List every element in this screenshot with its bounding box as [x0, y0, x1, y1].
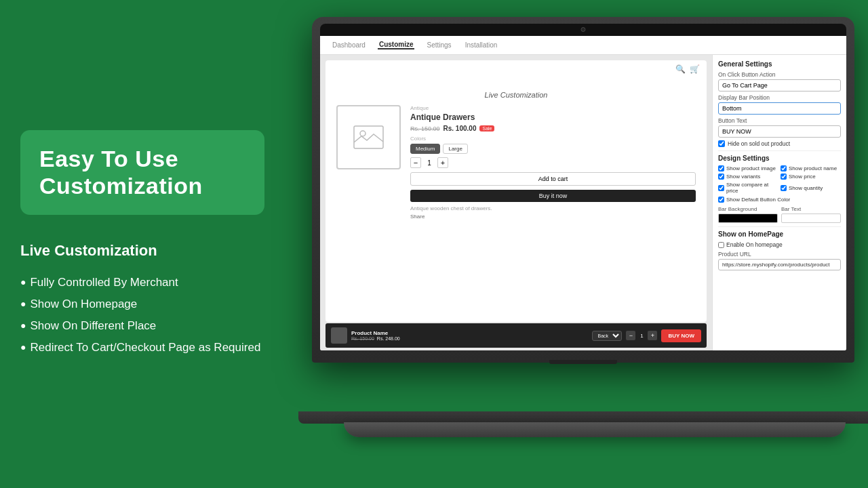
live-customization-overlay: Live Customization	[485, 91, 548, 99]
enable-homepage-row: Enable On homepage	[718, 241, 841, 248]
qty-plus-btn[interactable]: +	[437, 157, 448, 168]
search-icon[interactable]: 🔍	[675, 64, 686, 74]
bar-price-new: Rs. 248.00	[377, 336, 400, 341]
qty-minus-btn[interactable]: −	[410, 157, 421, 168]
bar-background-swatch[interactable]	[718, 214, 778, 223]
sale-badge: Sale	[479, 125, 494, 131]
show-price-row: Show price	[781, 174, 841, 180]
webcam-dot	[581, 27, 586, 32]
show-price-cb[interactable]	[781, 174, 787, 180]
feature-item-4: Redirect To Cart/Checkout Page as Requir…	[20, 337, 264, 359]
show-product-image-cb[interactable]	[718, 165, 724, 171]
buy-now-btn[interactable]: Buy it now	[410, 190, 696, 202]
features-list: Fully Controlled By Merchant Show On Hom…	[20, 272, 264, 358]
bar-qty-val: 1	[637, 333, 646, 339]
nav-customize[interactable]: Customize	[378, 41, 415, 49]
general-settings-title: General Settings	[718, 60, 841, 68]
bar-qty-controls: − 1 +	[626, 331, 657, 340]
preview-card: 🔍 🛒 Live Customization	[326, 60, 707, 322]
size-large-btn[interactable]: Large	[443, 144, 467, 154]
left-panel: Easy To Use Customization Live Customiza…	[0, 0, 285, 488]
show-on-homepage-title: Show on HomePage	[718, 230, 841, 238]
show-product-name-cb[interactable]	[781, 165, 787, 171]
price-old: Rs. 150.00	[410, 125, 440, 132]
nav-dashboard[interactable]: Dashboard	[331, 41, 367, 49]
bar-product-info: Product Name Rs. 150.00 Rs. 248.00	[351, 330, 588, 341]
hide-sold-out-label: Hide on sold out product	[728, 140, 790, 147]
size-medium-btn[interactable]: Medium	[410, 144, 440, 154]
enable-homepage-cb[interactable]	[718, 242, 724, 248]
show-variants-cb[interactable]	[718, 174, 724, 180]
show-product-image-label: Show product image	[726, 165, 776, 171]
colors-label: Colors	[410, 136, 696, 142]
nav-installation[interactable]: Installation	[464, 41, 499, 49]
main-title: Easy To Use Customization	[39, 145, 245, 201]
bar-product-name: Product Name	[351, 330, 588, 336]
nav-settings[interactable]: Settings	[425, 41, 452, 49]
share-link[interactable]: Share	[410, 214, 696, 220]
bar-qty-plus[interactable]: +	[648, 331, 657, 340]
bar-variant-select[interactable]: Back	[592, 331, 622, 341]
show-compare-price-cb[interactable]	[718, 185, 724, 191]
qty-value: 1	[425, 159, 434, 167]
image-placeholder-icon	[353, 125, 384, 149]
show-quantity-row: Show quantity	[781, 182, 841, 194]
qty-row: − 1 +	[410, 157, 696, 168]
display-bar-label: Display Bar Position	[718, 94, 841, 101]
show-price-label: Show price	[789, 174, 816, 180]
enable-homepage-label: Enable On homepage	[726, 241, 783, 248]
laptop-container: Dashboard Customize Settings Installatio…	[285, 17, 868, 458]
design-grid: Show product image Show product name Sho…	[718, 165, 841, 194]
bar-text-swatch[interactable]	[781, 214, 841, 223]
design-settings-title: Design Settings	[718, 155, 841, 162]
preview-top-bar: 🔍 🛒	[326, 60, 707, 78]
feature-item-2: Show On Homepage	[20, 293, 264, 315]
add-to-cart-btn[interactable]: Add to cart	[410, 172, 696, 186]
on-click-label: On Click Button Action	[718, 71, 841, 78]
divider-2	[718, 226, 841, 227]
hide-sold-out-row: Hide on sold out product	[718, 140, 841, 147]
product-description: Antique wooden chest of drawers.	[410, 205, 696, 211]
product-section: Antique Antique Drawers Rs. 150.00 Rs. 1…	[326, 98, 707, 226]
laptop-stand	[344, 422, 846, 437]
app-body: 🔍 🛒 Live Customization	[320, 55, 846, 350]
color-swatches-row: Bar Background Bar Text	[718, 206, 841, 223]
main-background: Easy To Use Customization Live Customiza…	[0, 0, 868, 488]
show-default-button-label: Show Default Button Color	[726, 197, 790, 203]
product-image	[336, 105, 401, 169]
button-text-input[interactable]	[718, 125, 841, 138]
bar-text-group: Bar Text	[781, 206, 841, 223]
cart-icon[interactable]: 🛒	[690, 64, 700, 74]
sticky-bottom-bar: Product Name Rs. 150.00 Rs. 248.00 Back	[326, 323, 707, 348]
show-default-button-cb[interactable]	[718, 197, 724, 203]
bar-price-old: Rs. 150.00	[351, 336, 374, 341]
svg-point-1	[360, 131, 366, 136]
laptop-hinge	[549, 360, 617, 364]
on-click-input[interactable]	[718, 79, 841, 92]
price-row: Rs. 150.00 Rs. 100.00 Sale	[410, 125, 696, 132]
settings-panel: General Settings On Click Button Action …	[712, 55, 846, 350]
title-badge: Easy To Use Customization	[20, 130, 264, 216]
divider-1	[718, 150, 841, 151]
show-product-name-row: Show product name	[781, 165, 841, 171]
display-bar-input[interactable]	[718, 102, 841, 115]
bar-buy-now-btn[interactable]: BUY NOW	[661, 329, 701, 342]
product-title: Antique Drawers	[410, 113, 696, 122]
bar-qty-minus[interactable]: −	[626, 331, 635, 340]
show-compare-price-label: Show compare at price	[726, 182, 778, 194]
price-new: Rs. 100.00	[443, 125, 477, 132]
show-quantity-label: Show quantity	[789, 185, 823, 191]
show-variants-label: Show variants	[726, 174, 760, 180]
preview-area: 🔍 🛒 Live Customization	[320, 55, 712, 350]
antique-label: Antique	[410, 105, 696, 111]
bar-text-label: Bar Text	[781, 206, 841, 212]
product-url-input[interactable]	[718, 259, 841, 270]
show-product-image-row: Show product image	[718, 165, 778, 171]
show-quantity-cb[interactable]	[781, 185, 787, 191]
screen-bezel: Dashboard Customize Settings Installatio…	[320, 24, 846, 350]
show-variants-row: Show variants	[718, 174, 778, 180]
hide-sold-out-checkbox[interactable]	[718, 140, 725, 147]
show-product-name-label: Show product name	[789, 165, 837, 171]
subtitle-text: Live Customization	[20, 242, 264, 260]
button-text-label: Button Text	[718, 117, 841, 124]
